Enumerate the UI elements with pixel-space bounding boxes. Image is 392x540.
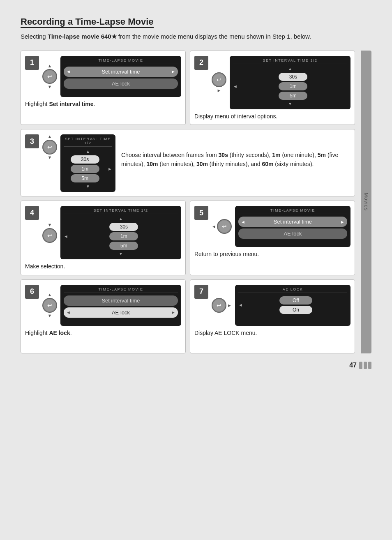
- step-2-nav: ↩ ►: [212, 72, 226, 93]
- step-1-caption: Highlight Set interval time.: [25, 100, 95, 108]
- ok-button-icon-5: ↩: [217, 219, 232, 234]
- up-arrow-icon-6: ▲: [48, 293, 52, 297]
- up-arrow-icon-3: ▲: [48, 134, 52, 139]
- menu-set-interval-1: ◄ Set interval time ►: [64, 67, 178, 77]
- screen-title-3: SET INTERVAL TIME 1/2: [64, 137, 112, 147]
- page-number-row: 47: [21, 362, 371, 369]
- step-3-screen: SET INTERVAL TIME 1/2 ▲ 30s 1m 5m ►: [60, 134, 115, 192]
- down-arrow-icon: ▼: [48, 85, 52, 89]
- ok-button-icon: ↩: [42, 69, 57, 84]
- step-5-badge: 5: [194, 206, 208, 220]
- step-6-nav: ▲ ↩ ▼: [42, 293, 57, 318]
- ok-button-icon-6: ↩: [42, 298, 57, 313]
- intro-text: Selecting Time-lapse movie 640★ from the…: [21, 32, 371, 42]
- screen-title-4: SET INTERVAL TIME 1/2: [64, 208, 178, 214]
- step-3-caption: Choose interval between frames from 30s …: [115, 151, 350, 168]
- down-arrow-icon-4: ▼: [48, 223, 52, 227]
- step-4-cell: 4 ▼ ↩ SET INTERVAL TIME 1/2 ▲ ◄ 30s: [21, 201, 186, 275]
- interval-5m: 5m: [279, 92, 307, 100]
- ae-on: On: [279, 306, 312, 314]
- step-7-nav: ↩ ►: [212, 298, 232, 313]
- page-bar-2: [364, 362, 367, 369]
- screen-title-2: SET INTERVAL TIME 1/2: [233, 58, 347, 64]
- interval-1m-3: 1m: [71, 165, 99, 173]
- step-5-cell: 5 ◄ ↩ TIME-LAPSE MOVIE ◄ Set interval ti…: [190, 201, 355, 275]
- step-3-badge: 3: [25, 134, 39, 148]
- menu-ae-lock-1: AE lock: [64, 78, 178, 89]
- step-7-cell: 7 ↩ ► AE LOCK ◄ Off On: [190, 279, 355, 353]
- page-bar-3: [368, 362, 371, 369]
- ok-button-icon-7: ↩: [212, 298, 226, 313]
- step-7-screen: AE LOCK ◄ Off On: [235, 285, 350, 326]
- sidebar-movies-label: Movies: [361, 51, 371, 353]
- ok-button-icon-4: ↩: [42, 228, 57, 243]
- step-1-cell: 1 ▲ ↩ ▼ TIME-LAPSE MOVIE ◄ Set interval …: [21, 51, 186, 125]
- step-2-caption: Display menu of interval options.: [194, 113, 277, 121]
- menu-set-interval-5: ◄ Set interval time ►: [238, 217, 347, 227]
- interval-1m: 1m: [279, 82, 307, 90]
- step-6-caption: Highlight AE lock.: [25, 329, 72, 337]
- page-bar-1: [359, 362, 362, 369]
- interval-30s-4: 30s: [109, 223, 138, 231]
- ok-button-icon-2: ↩: [212, 72, 226, 87]
- menu-ae-lock-5: AE lock: [238, 228, 347, 239]
- step-2-cell: 2 ↩ ► SET INTERVAL TIME 1/2 ▲ ◄ 30s: [190, 51, 355, 125]
- ae-off: Off: [279, 296, 312, 305]
- screen-title-1: TIME-LAPSE MOVIE: [64, 58, 178, 64]
- step-3-nav: ▲ ↩ ▼: [42, 134, 57, 160]
- step-6-screen: TIME-LAPSE MOVIE Set interval time ◄ AE …: [60, 285, 181, 326]
- step-1-nav: ▲ ↩ ▼: [42, 64, 57, 89]
- up-arrow-icon: ▲: [48, 64, 52, 68]
- step-6-cell: 6 ▲ ↩ ▼ TIME-LAPSE MOVIE Set interval ti…: [21, 279, 186, 353]
- page-bars: [359, 362, 371, 369]
- page-number: 47: [349, 362, 357, 369]
- screen-title-7: AE LOCK: [238, 287, 347, 293]
- step-5-screen: TIME-LAPSE MOVIE ◄ Set interval time ► A…: [235, 206, 350, 247]
- interval-5m-4: 5m: [109, 242, 138, 250]
- step-6-badge: 6: [25, 285, 39, 299]
- step-4-caption: Make selection.: [25, 263, 65, 271]
- step-2-badge: 2: [194, 56, 208, 70]
- step-4-nav: ▼ ↩: [42, 223, 57, 243]
- menu-ae-lock-6: ◄ AE lock ►: [64, 307, 178, 318]
- step-5-nav: ◄ ↩: [212, 219, 232, 234]
- interval-1m-4: 1m: [109, 232, 138, 240]
- screen-title-6: TIME-LAPSE MOVIE: [64, 287, 178, 293]
- interval-30s-3: 30s: [71, 155, 99, 164]
- menu-set-interval-6: Set interval time: [64, 295, 178, 306]
- step-3-cell: 3 ▲ ↩ ▼ SET INTERVAL TIME 1/2 ▲: [21, 129, 355, 196]
- ok-button-icon-3: ↩: [42, 140, 57, 155]
- step-2-screen: SET INTERVAL TIME 1/2 ▲ ◄ 30s 1m 5m ▼: [230, 56, 350, 109]
- interval-5m-3: 5m: [71, 174, 99, 182]
- screen-title-5: TIME-LAPSE MOVIE: [238, 208, 347, 214]
- step-5-caption: Return to previous menu.: [194, 250, 259, 258]
- step-4-screen: SET INTERVAL TIME 1/2 ▲ ◄ 30s 1m 5m ▼: [60, 206, 181, 259]
- down-arrow-icon-6: ▼: [48, 314, 52, 318]
- step-7-caption: Display AE LOCK menu.: [194, 329, 257, 337]
- down-arrow-icon-3: ▼: [48, 155, 52, 160]
- step-1-badge: 1: [25, 56, 39, 70]
- step-1-screen: TIME-LAPSE MOVIE ◄ Set interval time ► A…: [60, 56, 181, 97]
- interval-30s: 30s: [279, 73, 307, 81]
- page-title: Recording a Time-Lapse Movie: [21, 16, 154, 28]
- step-4-badge: 4: [25, 206, 39, 220]
- step-7-badge: 7: [194, 285, 208, 299]
